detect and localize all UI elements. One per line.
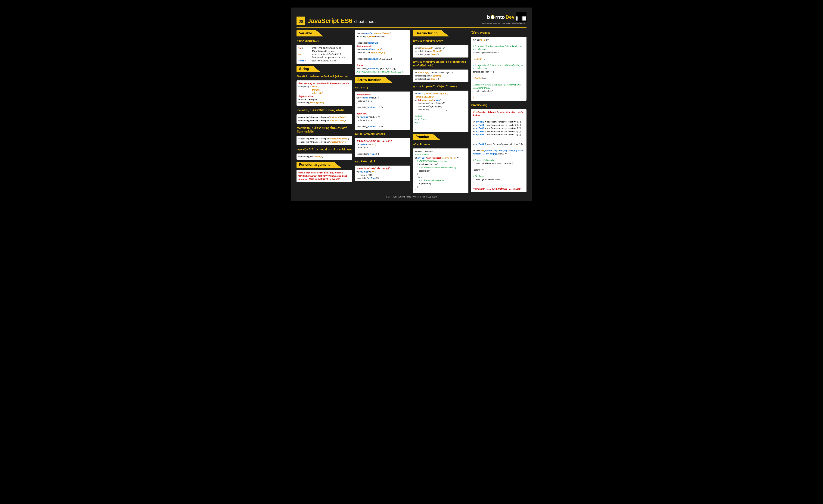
subhead-backtick: Backtick : เครื่องหมายขีดเฉียงที่ปุ่มตัว…	[297, 74, 352, 78]
subhead-declaration: การประกาศตัวแปร	[297, 38, 352, 43]
card-use-promise: myTask.then(() => { // ถ้า resolve (รันแ…	[471, 37, 527, 101]
column-1: Variable การประกาศตัวแปร var a let x con…	[297, 30, 352, 193]
egg-icon	[491, 15, 495, 19]
tab-function-argument: Function argument	[297, 162, 341, 168]
card-destructure-array: const [name, age] = ['James', '3'] conso…	[413, 45, 468, 57]
columns: Variable การประกาศตัวแปร var a let x con…	[297, 30, 526, 193]
cheat-sheet: JS JavaScript ES6 cheat sheet brntoDev ต…	[291, 8, 532, 201]
card-repeat: console.log('My'.repeat(5))	[297, 154, 352, 160]
card-arrow-return: ถ้ามีตัวเดียวจะใส่หรือไม่ใส่ ( ) ครอบก็ไ…	[355, 166, 410, 181]
card-make-promise: let result = 'success' // สร้าง Promise …	[413, 148, 468, 193]
tab-promise: Promise	[413, 134, 440, 140]
brand-right: brntoDev ติดตามอัพเดท JavaScript Cheat S…	[482, 12, 526, 25]
subhead-destructure-array: การประกาศค่าผ่าน Array	[413, 38, 468, 43]
card-includes: console.log('My name is Pompam'.includes…	[297, 114, 352, 124]
column-2: function nameCat (name = 'George') { ret…	[355, 30, 410, 193]
tab-destructuring: Destructuring	[413, 30, 449, 36]
qr-code-icon	[516, 12, 526, 22]
subhead-destructure-object: การประกาศค่าผ่าน Object (ชื่อ property ต…	[413, 59, 468, 68]
card-backtick: ประกาศ string หลายบรรทัดแบบไม่ต้องแยกตัว…	[297, 80, 352, 106]
subhead-arrow-standard: แบบมาตรฐาน	[355, 85, 410, 90]
borntodev-logo: brntoDev	[487, 14, 514, 20]
card-destructure-object: let {name, age} = {name:'James', age:'3'…	[413, 69, 468, 82]
card-default-args: function nameCat (name = 'George') { ret…	[355, 30, 410, 75]
divider	[297, 27, 526, 28]
js-badge-icon: JS	[297, 17, 305, 25]
subhead-repeat: repeat() - รีเทิร์น string ซ้ำตามจำนวนที…	[297, 147, 352, 152]
tab-string: String	[297, 66, 320, 72]
page-subtitle: cheat sheet	[354, 19, 376, 24]
brand-left: JS JavaScript ES6 cheat sheet	[297, 17, 376, 25]
card-arrow-one: ถ้ามีตัวเดียวจะใส่หรือไม่ใส่ ( ) ครอบก็ไ…	[355, 138, 410, 157]
subhead-use-promise: ใช้งาน Promise	[471, 30, 527, 35]
subhead-includes: includes() : เช็คว่ามีคำใน string หรือไม…	[297, 108, 352, 112]
card-promise-all: สร้าง Promise เพื่อจัดการ Promise หลายๆต…	[471, 109, 527, 192]
card-loop-property: let cats = [{name:'James', age:'3'}, {na…	[413, 91, 468, 132]
header: JS JavaScript ES6 cheat sheet brntoDev ต…	[297, 12, 526, 26]
subhead-arrow-one: แบบมี Parameter ตัวเดียว	[355, 132, 410, 136]
page-title: JavaScript ES6	[307, 17, 352, 24]
tab-arrow-function: Arrow function	[355, 77, 393, 83]
subhead-startswith: startsWith() : เช็คว่า string ขึ้นต้นด้ว…	[297, 126, 352, 134]
subhead-make-promise: สร้าง Promise	[413, 142, 468, 147]
card-variable: var a let x const PIการประกาศตัวแปรปกติใ…	[297, 45, 352, 64]
card-startswith: console.log('My name is Pompam'.startsWi…	[297, 136, 352, 145]
column-4: ใช้งาน Promise myTask.then(() => { // ถ้…	[471, 30, 527, 193]
subhead-arrow-return: แบบ Return ทันที	[355, 159, 410, 164]
tagline: ติดตามอัพเดท JavaScript Cheat Sheet เวอร…	[482, 22, 525, 25]
subhead-promise-all: Promise.all()	[471, 103, 527, 107]
tab-variable: Variable	[297, 30, 323, 36]
card-function-argument: Default arguments สร้างค่าตั้งต้นให้กับ …	[297, 170, 352, 182]
subhead-loop-property: การวน Property ใน Object ใน Array	[413, 84, 468, 89]
footer: COPYRIGHT©2020 BorntoDev ALL RIGHTS RESE…	[297, 196, 526, 198]
card-arrow-standard: แบบก่อนธรรมดา function myFunc(a, b, c) {…	[355, 92, 410, 130]
column-3: Destructuring การประกาศค่าผ่าน Array con…	[413, 30, 468, 193]
